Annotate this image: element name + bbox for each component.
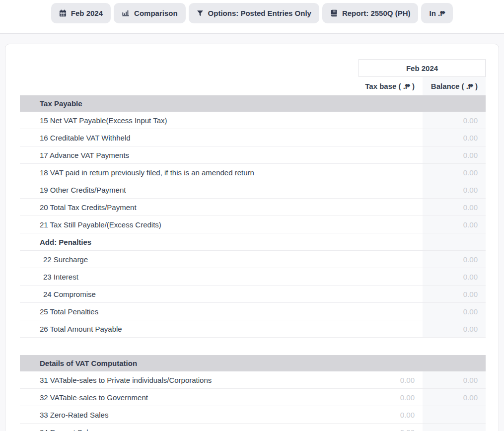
section-gap: [20, 338, 486, 355]
table-row[interactable]: 16 Creditable VAT Withheld0.00: [20, 129, 486, 146]
balance-cell[interactable]: [423, 424, 486, 431]
table-row[interactable]: Add: Penalties: [20, 233, 486, 251]
tax-base-cell[interactable]: [360, 146, 423, 163]
bar-chart-icon: [122, 9, 130, 17]
row-label[interactable]: 31 VATable-sales to Private individuals/…: [20, 371, 360, 388]
period-header-cell: Feb 2024: [359, 59, 486, 77]
toolbar: Feb 2024 Comparison Options: Posted Entr…: [0, 0, 504, 34]
book-icon: [330, 9, 338, 17]
row-label[interactable]: 34 Exempt Sales: [20, 424, 360, 431]
table-row[interactable]: 23 Interest0.00: [20, 268, 486, 286]
balance-cell[interactable]: 0.00: [423, 216, 486, 233]
row-label[interactable]: 32 VATable-sales to Government: [20, 389, 360, 406]
balance-cell[interactable]: 0.00: [423, 199, 486, 216]
options-button[interactable]: Options: Posted Entries Only: [189, 3, 319, 23]
row-label[interactable]: 15 Net VAT Payable(Excess Input Tax): [20, 112, 360, 129]
row-label[interactable]: 19 Other Credits/Payment: [20, 181, 360, 198]
tax-base-cell[interactable]: [360, 303, 423, 320]
tax-base-cell[interactable]: [360, 129, 423, 146]
row-label[interactable]: 23 Interest: [20, 268, 360, 285]
filter-icon: [197, 10, 204, 17]
tax-base-cell[interactable]: [360, 164, 423, 181]
table-row[interactable]: 17 Advance VAT Payments0.00: [20, 146, 486, 164]
row-label[interactable]: 24 Compromise: [20, 286, 360, 302]
report-table-body: Tax Payable15 Net VAT Payable(Excess Inp…: [20, 95, 486, 431]
balance-cell[interactable]: 0.00: [423, 146, 486, 163]
table-row[interactable]: 33 Zero-Rated Sales0.00: [20, 406, 486, 424]
row-label[interactable]: 20 Total Tax Credits/Payment: [20, 199, 360, 216]
balance-cell[interactable]: 0.00: [423, 389, 486, 406]
period-header-row: Feb 2024: [20, 59, 486, 77]
balance-cell[interactable]: 0.00: [423, 371, 486, 388]
balance-cell[interactable]: 0.00: [423, 129, 486, 146]
table-row[interactable]: 24 Compromise0.00: [20, 286, 486, 303]
table-row[interactable]: 18 VAT paid in return previously filed, …: [20, 164, 486, 181]
table-row[interactable]: 20 Total Tax Credits/Payment0.00: [20, 199, 486, 216]
tax-base-cell[interactable]: 0.00: [360, 406, 423, 423]
comparison-button[interactable]: Comparison: [114, 3, 186, 23]
row-label[interactable]: 18 VAT paid in return previously filed, …: [20, 164, 360, 181]
calendar-icon: [59, 9, 67, 17]
table-row[interactable]: 25 Total Penalties0.00: [20, 303, 486, 320]
report-card: Feb 2024 Tax base ( .₱ ) Balance ( .₱ ) …: [5, 44, 499, 431]
tax-base-cell[interactable]: [360, 199, 423, 216]
balance-cell[interactable]: 0.00: [423, 268, 486, 285]
table-row[interactable]: 26 Total Amount Payable0.00: [20, 320, 486, 338]
row-label[interactable]: 33 Zero-Rated Sales: [20, 406, 360, 423]
currency-button-label: In .₱: [429, 9, 445, 17]
table-row[interactable]: 21 Tax Still Payable/(Excess Credits)0.0…: [20, 216, 486, 233]
row-label[interactable]: 25 Total Penalties: [20, 303, 360, 320]
report-variant-button-label: Report: 2550Q (PH): [342, 9, 411, 17]
tax-base-cell[interactable]: [360, 112, 423, 129]
tax-base-cell[interactable]: [360, 251, 423, 268]
row-label[interactable]: 26 Total Amount Payable: [20, 320, 360, 337]
balance-cell[interactable]: 0.00: [423, 286, 486, 302]
balance-cell[interactable]: 0.00: [423, 251, 486, 268]
period-button[interactable]: Feb 2024: [51, 3, 111, 23]
section-header: Details of VAT Computation: [20, 355, 486, 371]
table-row[interactable]: 22 Surcharge0.00: [20, 251, 486, 268]
page-content: Feb 2024 Tax base ( .₱ ) Balance ( .₱ ) …: [0, 34, 504, 431]
column-header-balance: Balance ( .₱ ): [423, 77, 486, 95]
report-variant-button[interactable]: Report: 2550Q (PH): [322, 3, 419, 23]
tax-base-cell[interactable]: 0.00: [360, 424, 423, 431]
currency-button[interactable]: In .₱: [421, 3, 453, 23]
table-row[interactable]: 19 Other Credits/Payment0.00: [20, 181, 486, 199]
report-table: Feb 2024 Tax base ( .₱ ) Balance ( .₱ ) …: [20, 59, 486, 431]
period-button-label: Feb 2024: [71, 9, 103, 17]
section-header: Tax Payable: [20, 95, 486, 112]
table-row[interactable]: 32 VATable-sales to Government0.000.00: [20, 389, 486, 406]
tax-base-cell[interactable]: [360, 233, 423, 250]
table-row[interactable]: 34 Exempt Sales0.00: [20, 424, 486, 431]
tax-base-cell[interactable]: [360, 181, 423, 198]
row-label[interactable]: 17 Advance VAT Payments: [20, 146, 360, 163]
balance-cell[interactable]: 0.00: [423, 303, 486, 320]
tax-base-cell[interactable]: [360, 286, 423, 302]
options-button-label: Options: Posted Entries Only: [208, 9, 311, 17]
balance-cell[interactable]: [423, 233, 486, 250]
tax-base-cell[interactable]: 0.00: [360, 389, 423, 406]
row-label[interactable]: Add: Penalties: [20, 233, 360, 250]
tax-base-cell[interactable]: [360, 216, 423, 233]
column-header-tax-base: Tax base ( .₱ ): [360, 77, 423, 95]
column-header-row: Tax base ( .₱ ) Balance ( .₱ ): [20, 77, 486, 95]
table-row[interactable]: 15 Net VAT Payable(Excess Input Tax)0.00: [20, 112, 486, 129]
tax-base-cell[interactable]: 0.00: [360, 371, 423, 388]
row-label[interactable]: 21 Tax Still Payable/(Excess Credits): [20, 216, 360, 233]
tax-base-cell[interactable]: [360, 320, 423, 337]
row-label[interactable]: 16 Creditable VAT Withheld: [20, 129, 360, 146]
balance-cell[interactable]: 0.00: [423, 164, 486, 181]
tax-base-cell[interactable]: [360, 268, 423, 285]
balance-cell[interactable]: 0.00: [423, 112, 486, 129]
row-label[interactable]: 22 Surcharge: [20, 251, 360, 268]
balance-cell[interactable]: 0.00: [423, 181, 486, 198]
table-row[interactable]: 31 VATable-sales to Private individuals/…: [20, 371, 486, 389]
balance-cell[interactable]: 0.00: [423, 320, 486, 337]
comparison-button-label: Comparison: [134, 9, 178, 17]
balance-cell[interactable]: [423, 406, 486, 423]
